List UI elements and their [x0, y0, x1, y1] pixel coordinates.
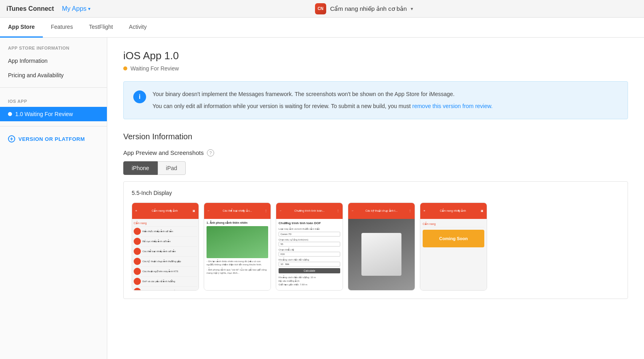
tab-testflight[interactable]: TestFlight	[81, 18, 121, 38]
app-title-nav: Cẩm nang nhiếp ảnh cơ bản	[330, 5, 407, 12]
status-text: Waiting For Review	[130, 65, 179, 72]
help-icon[interactable]: ?	[207, 149, 214, 156]
sidebar-divider-2	[0, 126, 107, 126]
top-nav: iTunes Connect My Apps ▾ CN Cẩm nang nhi…	[0, 0, 644, 18]
sidebar-add-version[interactable]: + VERSION OR PLATFORM	[0, 131, 107, 146]
page-title: iOS App 1.0	[123, 50, 628, 62]
tab-ipad[interactable]: iPad	[158, 161, 186, 175]
list-item: Các loại máy DSLR và hệ thống Le...	[134, 287, 197, 290]
top-nav-left: iTunes Connect My Apps ▾	[6, 5, 90, 12]
ss-header-1: ≡ Cẩm nang nhiếp ảnh ▣	[132, 203, 199, 219]
list-item: Kiến thức nhiếp ảnh cơ bản	[134, 227, 197, 237]
info-banner-text: Your binary doesn't implement the Messag…	[152, 90, 618, 111]
screenshots-row: ≡ Cẩm nang nhiếp ảnh ▣ Cẩm nang Kiến thứ…	[132, 203, 620, 291]
tab-activity[interactable]: Activity	[121, 18, 154, 38]
main-layout: APP STORE INFORMATION App Information Pr…	[0, 38, 644, 359]
info-banner-line1: Your binary doesn't implement the Messag…	[152, 90, 618, 98]
screenshot-area: 5.5-Inch Display ≡ Cẩm nang nhiếp ảnh ▣ …	[123, 181, 628, 299]
ios-app-title: iOS APP	[0, 92, 107, 107]
app-title-chevron[interactable]: ▾	[411, 6, 413, 12]
list-item: Các kỹ thuật chụp ảnh thường gặp	[134, 257, 197, 267]
sidebar-item-app-information[interactable]: App Information	[0, 54, 107, 68]
ss-header-2: ← Các thể loại nhiếp ả c... ⋮	[204, 203, 271, 219]
my-apps-link[interactable]: My Apps	[62, 5, 86, 12]
sidebar-item-version[interactable]: 1.0 Waiting For Review	[0, 107, 107, 121]
app-preview-label: App Preview and Screenshots ?	[123, 149, 628, 156]
content-area: iOS App 1.0 Waiting For Review i Your bi…	[107, 38, 644, 359]
sidebar-item-pricing[interactable]: Pricing and Availability	[0, 68, 107, 82]
screenshot-5: ≡ Cẩm nang nhiếp ảnh ▣ Cẩm nang Coming S…	[420, 203, 487, 291]
app-store-info-title: APP STORE INFORMATION	[0, 46, 107, 54]
brand-label: iTunes Connect	[6, 5, 54, 12]
remove-version-link[interactable]: remove this version from review.	[412, 103, 493, 109]
ss-img-placeholder	[207, 226, 268, 258]
list-item: Các thuật ngữ trên máy ảnh KTS	[134, 267, 197, 277]
info-banner: i Your binary doesn't implement the Mess…	[123, 81, 628, 119]
list-item: Bố cục nhiếp ảnh cơ bản	[134, 237, 197, 247]
screenshot-3: ← Chương trình tính toán... ⋮ Chương trì…	[276, 203, 343, 291]
status-row: Waiting For Review	[123, 65, 628, 72]
version-info-title: Version Information	[123, 132, 628, 141]
display-size-label: 5.5-Inch Display	[132, 190, 620, 196]
screenshot-1: ≡ Cẩm nang nhiếp ảnh ▣ Cẩm nang Kiến thứ…	[132, 203, 199, 291]
sidebar-divider	[0, 87, 107, 88]
info-banner-line2: You can only edit all information while …	[152, 102, 618, 110]
app-icon: CN	[315, 3, 326, 14]
ss-header-3: ← Chương trình tính toán... ⋮	[276, 203, 343, 219]
tab-features[interactable]: Features	[43, 18, 81, 38]
list-item: DoF và các yếu tố ảnh hưởng	[134, 277, 197, 287]
top-nav-center: CN Cẩm nang nhiếp ảnh cơ bản ▾	[90, 3, 638, 14]
sidebar: APP STORE INFORMATION App Information Pr…	[0, 38, 107, 359]
version-status-dot	[8, 112, 12, 116]
ss-header-5: ≡ Cẩm nang nhiếp ảnh ▣	[420, 203, 487, 219]
info-icon: i	[133, 90, 146, 103]
tab-app-store[interactable]: App Store	[0, 18, 43, 38]
add-version-icon: +	[8, 135, 15, 142]
screenshot-2: ← Các thể loại nhiếp ả c... ⋮ 1. Ảnh pho…	[204, 203, 271, 291]
screenshot-4: ← Các kỹ thuật chụp ảnh t... ⋮	[348, 203, 415, 291]
list-item: Các thể loại nhiếp ảnh cơ bản	[134, 247, 197, 257]
device-tabs: iPhone iPad	[123, 161, 628, 175]
status-dot	[123, 66, 127, 70]
ss-header-4: ← Các kỹ thuật chụp ảnh t... ⋮	[348, 203, 415, 219]
tab-iphone[interactable]: iPhone	[123, 161, 158, 175]
secondary-nav: App Store Features TestFlight Activity	[0, 18, 644, 38]
